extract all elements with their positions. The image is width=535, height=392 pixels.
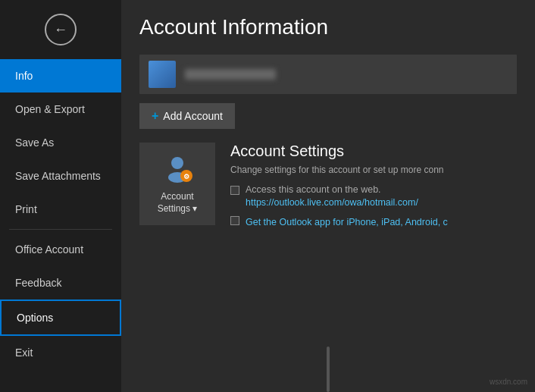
- watermark: wsxdn.com: [490, 378, 527, 386]
- account-settings-icon-container: ⚙: [162, 153, 192, 183]
- avatar: [149, 61, 176, 88]
- sidebar-item-options[interactable]: Options: [0, 299, 121, 336]
- svg-text:⚙: ⚙: [183, 173, 189, 180]
- settings-info-panel: Account Settings Change settings for thi…: [230, 143, 517, 234]
- account-bar: [139, 55, 517, 94]
- main-content: Account Information + Add Account ⚙: [121, 0, 535, 392]
- link-1-content: Access this account on the web. https://…: [246, 184, 418, 209]
- settings-link-item-1: Access this account on the web. https://…: [230, 184, 517, 209]
- account-settings-section: ⚙ AccountSettings ▾ Account Settings Cha…: [139, 143, 517, 234]
- page-title: Account Information: [139, 15, 517, 39]
- settings-description: Change settings for this account or set …: [230, 165, 517, 175]
- account-settings-title: Account Settings: [230, 143, 517, 160]
- sidebar-item-save-attachments[interactable]: Save Attachments: [0, 159, 121, 193]
- add-account-button[interactable]: + Add Account: [139, 103, 235, 129]
- outlook-web-link[interactable]: https://outlook.live.com/owa/hotmail.com…: [246, 197, 418, 208]
- sidebar-item-open-export[interactable]: Open & Export: [0, 93, 121, 126]
- settings-link-item-2: Get the Outlook app for iPhone, iPad, An…: [230, 215, 517, 228]
- account-settings-button[interactable]: ⚙ AccountSettings ▾: [139, 143, 215, 225]
- account-name-blurred: [185, 69, 276, 80]
- back-circle-icon: ←: [45, 14, 77, 45]
- back-button[interactable]: ←: [0, 0, 121, 59]
- sidebar-item-save-as[interactable]: Save As: [0, 126, 121, 159]
- sidebar-item-print[interactable]: Print: [0, 193, 121, 226]
- link-1-text: Access this account on the web.: [246, 184, 418, 195]
- sidebar: ← Info Open & Export Save As Save Attach…: [0, 0, 121, 392]
- sidebar-item-exit[interactable]: Exit: [0, 336, 121, 369]
- sidebar-item-feedback[interactable]: Feedback: [0, 266, 121, 299]
- checkbox-1: [230, 186, 239, 195]
- scrollbar[interactable]: [327, 347, 330, 392]
- svg-point-0: [171, 157, 183, 169]
- sidebar-item-office-account[interactable]: Office Account: [0, 233, 121, 266]
- sidebar-item-info[interactable]: Info: [0, 59, 121, 93]
- outlook-app-link[interactable]: Get the Outlook app for iPhone, iPad, An…: [246, 217, 448, 227]
- account-settings-label: AccountSettings ▾: [158, 191, 198, 215]
- checkbox-2: [230, 216, 239, 225]
- plus-icon: +: [152, 109, 158, 123]
- person-settings-icon: ⚙: [162, 153, 192, 183]
- link-2-content: Get the Outlook app for iPhone, iPad, An…: [246, 215, 448, 228]
- sidebar-divider: [9, 229, 112, 230]
